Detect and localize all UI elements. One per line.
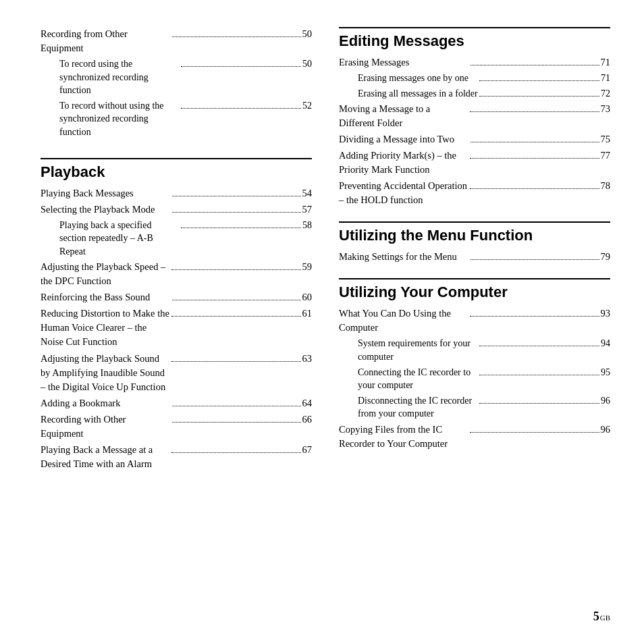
system-req-row: System requirements for your computer 94 <box>358 337 610 363</box>
alarm-title: Playing Back a Message at a Desired Time… <box>41 443 170 471</box>
copying-files-entry: Copying Files from the IC Recorder to Yo… <box>339 423 610 451</box>
playing-back-messages-entry: Playing Back Messages 54 <box>41 186 312 200</box>
alarm-row: Playing Back a Message at a Desired Time… <box>41 443 312 471</box>
to-record-sync-title: To record using the synchronized recordi… <box>59 57 180 97</box>
menu-function-header: Utilizing the Menu Function <box>339 221 610 244</box>
selecting-playback-mode-entry: Selecting the Playback Mode 57 <box>41 203 312 217</box>
menu-settings-dots <box>471 259 599 260</box>
selecting-playback-mode-title: Selecting the Playback Mode <box>41 203 171 217</box>
bookmark-title: Adding a Bookmark <box>41 396 171 410</box>
dpc-dots <box>171 269 301 270</box>
hold-function-entry: Preventing Accidental Operation – the HO… <box>339 179 610 207</box>
alarm-entry: Playing Back a Message at a Desired Time… <box>41 443 312 471</box>
erasing-all-entry: Erasing all messages in a folder 72 <box>339 87 610 101</box>
system-req-title: System requirements for your computer <box>358 337 478 363</box>
to-record-nosync-row: To record without using the synchronized… <box>59 99 312 139</box>
system-req-entry: System requirements for your computer 94 <box>339 337 610 363</box>
noise-cut-dots <box>171 316 301 317</box>
moving-message-dots <box>470 111 599 112</box>
to-record-sync-page: 50 <box>302 57 312 71</box>
erasing-messages-page: 71 <box>601 55 611 70</box>
priority-mark-page: 77 <box>601 149 611 163</box>
connecting-row: Connecting the IC recorder to your compu… <box>358 366 610 392</box>
dvu-dots <box>171 361 301 362</box>
bookmark-dots <box>172 406 300 406</box>
ab-repeat-row: Playing back a specified section repeate… <box>59 219 312 259</box>
dvu-entry: Adjusting the Playback Sound by Amplifyi… <box>41 352 312 394</box>
priority-mark-entry: Adding Priority Mark(s) – the Priority M… <box>339 149 610 177</box>
moving-message-page: 73 <box>601 102 611 116</box>
left-column: Recording from Other Equipment 50 To rec… <box>41 27 312 617</box>
system-req-page: 94 <box>601 337 610 350</box>
recording-with-other-title: Recording with Other Equipment <box>41 412 171 441</box>
bass-entry: Reinforcing the Bass Sound 60 <box>41 290 312 304</box>
bass-page: 60 <box>302 290 313 304</box>
menu-settings-title: Making Settings for the Menu <box>339 250 469 264</box>
noise-cut-entry: Reducing Distortion to Make the Human Vo… <box>41 306 312 349</box>
what-you-can-do-row: What You Can Do Using the Computer 93 <box>339 306 610 335</box>
erasing-all-dots <box>479 96 599 97</box>
to-record-sync-dots <box>181 66 301 67</box>
erasing-one-dots <box>479 80 599 81</box>
dpc-title: Adjusting the Playback Speed – the DPC F… <box>41 260 170 288</box>
copying-files-dots <box>470 432 599 433</box>
erasing-all-title: Erasing all messages in a folder <box>358 87 478 101</box>
noise-cut-page: 61 <box>302 306 313 321</box>
erasing-one-page: 71 <box>601 72 610 85</box>
dpc-page: 59 <box>302 260 313 274</box>
recording-with-other-entry: Recording with Other Equipment 66 <box>41 412 312 441</box>
erasing-messages-entry: Erasing Messages 71 <box>339 55 610 70</box>
right-column: Editing Messages Erasing Messages 71 Era… <box>339 27 610 617</box>
page-footer: 5 GB <box>593 610 610 624</box>
erasing-one-title: Erasing messages one by one <box>358 72 478 85</box>
playback-header: Playback <box>41 158 312 181</box>
moving-message-title: Moving a Message to a Different Folder <box>339 102 468 130</box>
hold-function-dots <box>470 188 599 189</box>
playing-back-messages-dots <box>172 196 300 196</box>
alarm-dots <box>171 452 301 453</box>
menu-settings-page: 79 <box>601 250 611 264</box>
disconnecting-entry: Disconnecting the IC recorder from your … <box>339 394 610 421</box>
recording-with-other-page: 66 <box>302 412 313 427</box>
recording-with-other-dots <box>172 422 300 423</box>
playing-back-messages-title: Playing Back Messages <box>41 186 171 200</box>
moving-message-entry: Moving a Message to a Different Folder 7… <box>339 102 610 130</box>
connecting-dots <box>479 375 599 375</box>
bass-title: Reinforcing the Bass Sound <box>41 290 171 304</box>
hold-function-title: Preventing Accidental Operation – the HO… <box>339 179 468 207</box>
connecting-page: 95 <box>601 366 610 379</box>
to-record-nosync-title: To record without using the synchronized… <box>59 99 180 139</box>
what-you-can-do-title: What You Can Do Using the Computer <box>339 306 468 335</box>
recording-other-title: Recording from Other Equipment <box>41 27 171 55</box>
dividing-message-page: 75 <box>601 132 611 146</box>
alarm-page: 67 <box>302 443 313 457</box>
selecting-playback-mode-page: 57 <box>302 203 313 217</box>
erasing-all-page: 72 <box>601 87 610 101</box>
disconnecting-title: Disconnecting the IC recorder from your … <box>358 394 478 421</box>
disconnecting-row: Disconnecting the IC recorder from your … <box>358 394 610 421</box>
dvu-row: Adjusting the Playback Sound by Amplifyi… <box>41 352 312 394</box>
bookmark-page: 64 <box>302 396 313 410</box>
recording-other-entry: Recording from Other Equipment 50 <box>41 27 312 55</box>
computer-header: Utilizing Your Computer <box>339 278 610 301</box>
priority-mark-row: Adding Priority Mark(s) – the Priority M… <box>339 149 610 177</box>
menu-settings-entry: Making Settings for the Menu 79 <box>339 250 610 264</box>
disconnecting-dots <box>479 403 599 404</box>
to-record-nosync-dots <box>181 108 301 109</box>
ab-repeat-entry: Playing back a specified section repeate… <box>41 219 312 259</box>
ab-repeat-page: 58 <box>302 219 312 232</box>
ab-repeat-title: Playing back a specified section repeate… <box>59 219 180 259</box>
dvu-page: 63 <box>302 352 313 366</box>
disconnecting-page: 96 <box>601 394 610 408</box>
selecting-playback-mode-dots <box>172 212 300 213</box>
page: Recording from Other Equipment 50 To rec… <box>0 0 644 644</box>
to-record-sync-row: To record using the synchronized recordi… <box>59 57 312 97</box>
recording-other-page: 50 <box>302 27 313 41</box>
to-record-nosync-entry: To record without using the synchronized… <box>41 99 312 139</box>
ab-repeat-dots <box>181 227 301 228</box>
copying-files-title: Copying Files from the IC Recorder to Yo… <box>339 423 468 451</box>
erasing-messages-title: Erasing Messages <box>339 55 469 70</box>
bass-dots <box>172 300 300 300</box>
footer-page-number: 5 <box>593 610 599 624</box>
erasing-all-row: Erasing all messages in a folder 72 <box>358 87 610 101</box>
